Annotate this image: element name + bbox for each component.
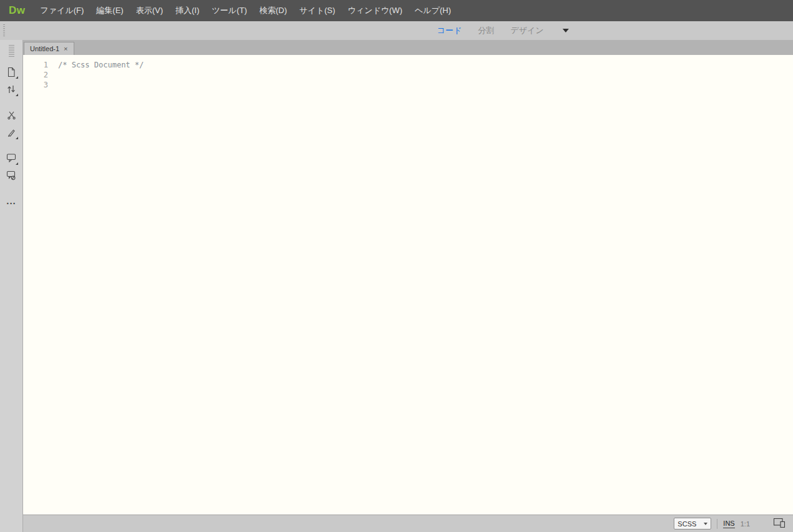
common-toolbar: ... [0,40,23,532]
tab-close-icon[interactable]: × [64,46,67,52]
menu-item-file[interactable]: ファイル(F) [34,0,91,21]
design-view-button[interactable]: デザイン [511,25,544,36]
menu-item-tools[interactable]: ツール(T) [205,0,253,21]
menu-item-site[interactable]: サイト(S) [293,0,342,21]
dropdown-corner-icon [16,137,18,139]
split-view-button[interactable]: 分割 [478,25,495,36]
dreamweaver-logo: Dw [5,4,29,17]
dropdown-corner-icon [16,76,18,79]
document-toolbar: コード 分割 デザイン [0,21,793,40]
line-number: 3 [23,80,48,90]
apply-comment-button[interactable] [3,150,19,166]
remove-comment-icon [6,170,16,180]
menu-item-edit[interactable]: 編集(E) [90,0,129,21]
menu-item-window[interactable]: ウィンドウ(W) [342,0,408,21]
code-editor[interactable]: 1 /* Scss Document */ 2 3 [23,55,793,515]
menu-item-help[interactable]: ヘルプ(H) [408,0,457,21]
device-preview-icon [774,518,786,529]
code-view-button[interactable]: コード [437,25,462,36]
toolbar-grip[interactable] [3,24,5,37]
menu-item-view[interactable]: 表示(V) [130,0,169,21]
open-documents-button[interactable] [3,64,19,80]
ellipsis-icon: ... [6,198,16,204]
apply-comment-icon [6,153,16,163]
common-toolbar-grip[interactable] [9,45,14,57]
menubar: Dw ファイル(F) 編集(E) 表示(V) 挿入(I) ツール(T) 検索(D… [0,0,793,21]
code-line: 1 /* Scss Document */ [23,60,793,70]
dropdown-corner-icon [16,94,18,96]
realtime-preview-button[interactable] [774,518,786,529]
file-management-button[interactable] [3,81,19,97]
menu-item-insert[interactable]: 挿入(I) [169,0,205,21]
view-mode-dropdown-icon[interactable] [563,29,569,32]
open-documents-icon [7,67,16,77]
tab-untitled-1[interactable]: Untitled-1 × [24,42,74,55]
dropdown-corner-icon [16,162,18,165]
status-bar: SCSS INS 1:1 [23,515,793,532]
menu-item-find[interactable]: 検索(D) [254,0,293,21]
validate-code-button[interactable] [3,107,19,123]
validate-code-icon [7,111,16,120]
format-source-code-button[interactable] [3,124,19,140]
line-number: 2 [23,70,48,80]
toolbar-options-button[interactable]: ... [3,193,19,209]
insert-mode-toggle[interactable]: INS [723,520,734,528]
line-number: 1 [23,60,48,70]
code-text: /* Scss Document */ [58,60,144,70]
doctype-value: SCSS [677,520,696,528]
doctype-select[interactable]: SCSS [674,518,711,530]
document-tab-bar: Untitled-1 × [23,40,793,55]
format-source-code-icon [7,128,16,137]
chevron-down-icon [704,523,707,525]
view-mode-switcher: コード 分割 デザイン [437,21,569,40]
cursor-position: 1:1 [741,520,750,528]
file-management-icon [6,84,16,94]
code-line: 2 [23,70,793,80]
document-area: Untitled-1 × 1 /* Scss Document */ 2 3 S… [23,40,793,532]
tab-label: Untitled-1 [30,45,59,52]
status-separator [717,519,717,529]
code-line: 3 [23,80,793,90]
workspace: ... Untitled-1 × 1 /* Scss Document */ 2… [0,40,793,532]
remove-comment-button[interactable] [3,167,19,184]
